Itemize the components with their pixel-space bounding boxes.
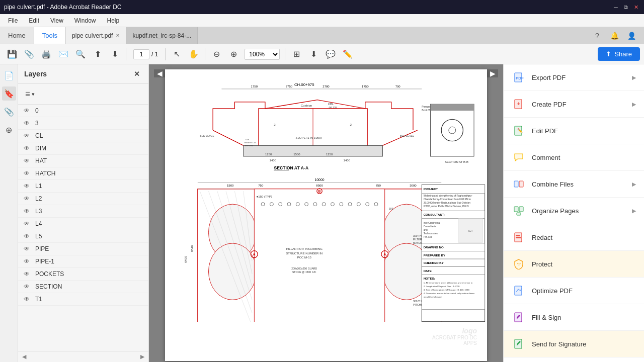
layer-visibility-icon[interactable]: 👁 <box>22 207 31 216</box>
layer-item-cl[interactable]: 👁 CL <box>18 130 148 142</box>
next-page-button[interactable]: ⬇ <box>107 46 123 62</box>
send-signature-item[interactable]: Send for Signature <box>504 331 644 357</box>
fill-sign-item[interactable]: Fill & Sign <box>504 304 644 331</box>
optimize-pdf-item[interactable]: Optimize PDF <box>504 278 644 304</box>
layer-visibility-icon[interactable]: 👁 <box>22 282 31 291</box>
zoom-in-button[interactable]: ⊕ <box>225 46 242 62</box>
edit-pdf-item[interactable]: ✏️ Edit PDF <box>504 118 644 144</box>
layer-item-l1[interactable]: 👁 L1 <box>18 180 148 193</box>
prev-page-button[interactable]: ⬆ <box>90 46 106 62</box>
help-icon[interactable]: ? <box>591 29 604 42</box>
layers-options-button[interactable]: ☰ ▾ <box>22 86 38 102</box>
tab-home[interactable]: Home <box>0 27 34 44</box>
layer-item-l3[interactable]: 👁 L3 <box>18 205 148 218</box>
scroll-right-button[interactable]: ▶ <box>487 69 498 77</box>
attach-button[interactable]: 📎 <box>21 46 37 62</box>
save-button[interactable]: 💾 <box>4 46 20 62</box>
redact-item[interactable]: Redact <box>504 224 644 251</box>
combine-files-item[interactable]: Combine Files ▶ <box>504 171 644 198</box>
notifications-icon[interactable]: 🔔 <box>608 29 621 42</box>
layer-visibility-icon[interactable]: 👁 <box>22 269 31 279</box>
search-button[interactable]: 🔍 <box>72 46 89 62</box>
nav-pages-icon[interactable]: 📄 <box>2 68 16 82</box>
close-tab-icon[interactable]: ✕ <box>116 33 120 38</box>
layer-item-hatch[interactable]: 👁 HATCH <box>18 167 148 180</box>
layer-item-hat[interactable]: 👁 HAT <box>18 155 148 167</box>
email-button[interactable]: ✉️ <box>55 46 71 62</box>
send-track-item[interactable]: Send & Track ▶ <box>504 357 644 362</box>
scroll-left-button[interactable]: ◀ <box>154 69 165 77</box>
svg-text:🛡: 🛡 <box>517 262 521 266</box>
user-icon[interactable]: 👤 <box>625 29 638 42</box>
share-button[interactable]: ⬆ Share <box>598 47 640 61</box>
layer-item-l2[interactable]: 👁 L2 <box>18 193 148 205</box>
restore-button[interactable]: ⧉ <box>622 3 630 11</box>
zoom-select[interactable]: 100% 75% 125% 150% <box>245 49 280 60</box>
nav-attachments-icon[interactable]: 📎 <box>2 105 16 119</box>
layer-name-text: SECTION <box>35 283 144 290</box>
nav-layers-icon[interactable]: ⊕ <box>2 123 16 137</box>
menu-edit[interactable]: Edit <box>24 16 44 25</box>
layer-visibility-icon[interactable]: 👁 <box>22 257 31 266</box>
layer-visibility-icon[interactable]: 👁 <box>22 182 31 191</box>
svg-text:NOTES:: NOTES: <box>424 277 435 280</box>
layer-visibility-icon[interactable]: 👁 <box>22 119 31 128</box>
doc-viewer[interactable]: ◀ CH.00+975 1750 2750 2780 1750 <box>149 64 503 362</box>
layer-item-section[interactable]: 👁 SECTION <box>18 281 148 293</box>
layer-item-l4[interactable]: 👁 L4 <box>18 218 148 230</box>
protect-item[interactable]: 🛡 Protect <box>504 251 644 278</box>
tab-tools[interactable]: Tools <box>34 27 66 44</box>
layer-visibility-icon[interactable]: 👁 <box>22 232 31 241</box>
layer-visibility-icon[interactable]: 👁 <box>22 194 31 203</box>
menu-view[interactable]: View <box>45 16 68 25</box>
doc-tab-kupdf[interactable]: kupdf.net_irc-sp-84-... <box>126 27 198 44</box>
comment-button[interactable]: 💬 <box>323 46 339 62</box>
stamp-button[interactable]: ⬇ <box>305 46 321 62</box>
select-tool-button[interactable]: ↖ <box>169 46 185 62</box>
layer-visibility-icon[interactable]: 👁 <box>22 244 31 253</box>
svg-text:A: A <box>383 252 386 256</box>
draw-button[interactable]: ✏️ <box>340 46 356 62</box>
layer-item-dim[interactable]: 👁 DIM <box>18 142 148 155</box>
layer-item-3[interactable]: 👁 3 <box>18 117 148 130</box>
hand-tool-button[interactable]: ✋ <box>186 46 202 62</box>
print-button[interactable]: 🖨️ <box>38 46 54 62</box>
export-pdf-item[interactable]: PDF Export PDF ▶ <box>504 64 644 91</box>
sep3 <box>205 48 205 60</box>
organize-pages-item[interactable]: Organize Pages ▶ <box>504 198 644 224</box>
svg-text:SLOPE (1 IN 1000): SLOPE (1 IN 1000) <box>295 136 321 139</box>
doc-tab-pipe-culvert[interactable]: pipe culvert.pdf ✕ <box>66 27 126 44</box>
layer-item-pockets[interactable]: 👁 POCKETS <box>18 268 148 281</box>
menu-window[interactable]: Window <box>69 16 101 25</box>
layer-visibility-icon[interactable]: 👁 <box>22 219 31 228</box>
svg-text:Widening and strengthening of : Widening and strengthening of Raghunathp… <box>424 195 473 197</box>
zoom-out-button[interactable]: ⊖ <box>208 46 224 62</box>
nav-bookmarks-icon[interactable]: 🔖 <box>2 86 16 101</box>
layer-visibility-icon[interactable]: 👁 <box>22 144 31 153</box>
close-layers-button[interactable]: ✕ <box>131 68 142 79</box>
layer-visibility-icon[interactable]: 👁 <box>22 295 31 304</box>
layer-item-pipe-1[interactable]: 👁 PIPE-1 <box>18 255 148 268</box>
layer-item-l5[interactable]: 👁 L5 <box>18 230 148 243</box>
scroll-right-icon[interactable]: ▶ <box>140 353 144 360</box>
layer-visibility-icon[interactable]: 👁 <box>22 106 31 115</box>
optimize-pdf-icon <box>512 284 526 298</box>
svg-rect-135 <box>514 207 518 212</box>
layer-visibility-icon[interactable]: 👁 <box>22 169 31 178</box>
scroll-left-icon[interactable]: ◀ <box>22 353 26 360</box>
layer-name-text: HAT <box>35 157 144 164</box>
layer-visibility-icon[interactable]: 👁 <box>22 131 31 140</box>
combine-files-icon <box>512 177 526 191</box>
page-number-input[interactable] <box>133 49 149 59</box>
comment-item[interactable]: Comment <box>504 144 644 171</box>
layer-item-pipe[interactable]: 👁 PIPE <box>18 243 148 255</box>
menu-file[interactable]: File <box>3 16 23 25</box>
marquee-tool-button[interactable]: ⊞ <box>288 46 304 62</box>
layer-item-0[interactable]: 👁 0 <box>18 105 148 117</box>
layer-visibility-icon[interactable]: 👁 <box>22 156 31 165</box>
layer-item-t1[interactable]: 👁 T1 <box>18 293 148 306</box>
create-pdf-item[interactable]: + Create PDF ▶ <box>504 91 644 118</box>
close-button[interactable]: ✕ <box>632 3 640 11</box>
minimize-button[interactable]: ─ <box>612 3 620 11</box>
menu-help[interactable]: Help <box>102 16 125 25</box>
